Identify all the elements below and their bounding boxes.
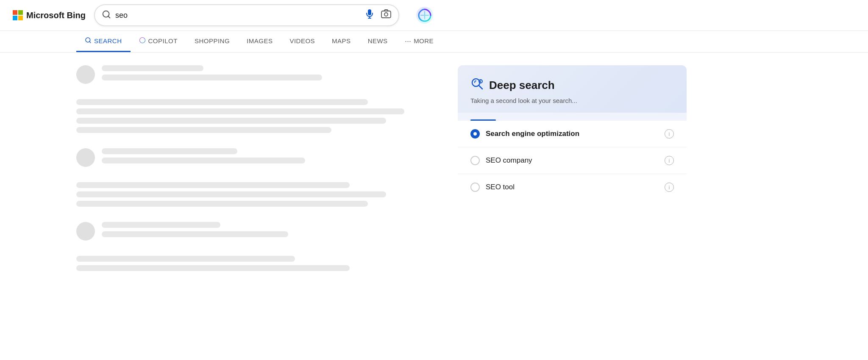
copilot-nav-icon (139, 37, 146, 45)
info-icon-company[interactable]: i (665, 156, 674, 165)
result-item (76, 222, 441, 241)
deep-search-option-seo[interactable]: Search engine optimization i (458, 121, 687, 147)
radio-selected[interactable] (470, 129, 480, 138)
option-label-company: SEO company (486, 156, 532, 165)
info-icon-tool[interactable]: i (665, 183, 674, 192)
logo-blue (13, 16, 17, 20)
skeleton-line (76, 182, 350, 188)
skeleton-line (76, 118, 386, 124)
skeleton-line (76, 99, 368, 105)
result-item (76, 148, 441, 167)
skeleton-line (76, 201, 368, 207)
skeleton-line (102, 222, 220, 228)
skeleton-line (76, 191, 386, 197)
radio-unselected[interactable] (470, 156, 480, 165)
results-area (76, 65, 441, 271)
result-lines (102, 148, 441, 167)
skeleton-line (102, 65, 203, 71)
logo-red (13, 10, 17, 15)
deep-search-option-tool[interactable]: SEO tool i (458, 174, 687, 200)
deep-search-options: Search engine optimization i SEO company… (458, 121, 687, 204)
result-block (76, 182, 441, 207)
nav-item-shopping[interactable]: SHOPPING (186, 31, 238, 52)
nav-label-images: IMAGES (247, 37, 273, 44)
skeleton-line (76, 127, 331, 133)
deep-search-header: Deep search Taking a second look at your… (458, 65, 687, 113)
nav-label-maps: MAPS (332, 37, 351, 44)
svg-rect-4 (381, 11, 391, 18)
svg-line-1 (108, 16, 110, 18)
deep-search-icon (470, 77, 484, 94)
main-content: Deep search Taking a second look at your… (0, 53, 868, 284)
nav-item-more[interactable]: ⋯ MORE (396, 31, 442, 52)
nav-label-copilot: COPILOT (148, 37, 178, 44)
svg-point-5 (384, 13, 388, 16)
deep-search-option-company[interactable]: SEO company i (458, 147, 687, 174)
skeleton-line (102, 231, 288, 237)
more-icon: ⋯ (405, 37, 412, 45)
svg-line-8 (89, 42, 91, 43)
skeleton-line (76, 265, 350, 271)
nav-label-more: MORE (414, 37, 434, 44)
result-block (76, 256, 441, 271)
search-icon (102, 10, 111, 21)
skeleton-line (76, 256, 295, 262)
logo-green (18, 10, 23, 15)
option-left: SEO company (470, 156, 532, 165)
result-item (76, 65, 441, 84)
svg-line-10 (479, 86, 482, 89)
nav-label-search: SEARCH (94, 37, 122, 44)
nav-bar: SEARCH COPILOT SHOPPING IMAGES VIDE (0, 31, 868, 53)
nav-item-images[interactable]: IMAGES (238, 31, 281, 52)
nav-item-news[interactable]: NEWS (359, 31, 396, 52)
result-avatar (76, 65, 95, 84)
search-icons-right (364, 8, 392, 22)
nav-label-news: NEWS (368, 37, 388, 44)
deep-search-panel: Deep search Taking a second look at your… (458, 65, 687, 204)
skeleton-line (102, 158, 305, 163)
nav-label-videos: VIDEOS (289, 37, 315, 44)
option-label-seo: Search engine optimization (486, 130, 579, 138)
logo-yellow (18, 16, 23, 20)
nav-item-copilot[interactable]: COPILOT (131, 31, 186, 52)
nav-label-shopping: SHOPPING (195, 37, 230, 44)
option-label-tool: SEO tool (486, 183, 515, 191)
search-nav-icon (85, 37, 92, 45)
skeleton-line (102, 148, 237, 154)
search-bar-container (94, 4, 399, 26)
copilot-button[interactable] (415, 5, 435, 25)
microsoft-logo (13, 10, 23, 20)
result-avatar (76, 222, 95, 241)
result-lines (102, 65, 441, 84)
radio-unselected[interactable] (470, 183, 480, 192)
header: Microsoft Bing (0, 0, 868, 31)
search-input[interactable] (115, 11, 360, 20)
option-left: SEO tool (470, 183, 515, 192)
camera-search-icon[interactable] (381, 8, 392, 22)
skeleton-line (76, 108, 404, 114)
logo-text: Microsoft Bing (26, 11, 86, 20)
nav-item-search[interactable]: SEARCH (76, 31, 131, 52)
deep-search-title: Deep search (489, 79, 555, 92)
result-lines (102, 222, 441, 241)
copilot-icon (415, 6, 434, 25)
deep-search-subtitle: Taking a second look at your search... (470, 97, 674, 104)
info-icon-seo[interactable]: i (665, 129, 674, 138)
nav-item-videos[interactable]: VIDEOS (281, 31, 323, 52)
result-block (76, 99, 441, 133)
nav-item-maps[interactable]: MAPS (323, 31, 359, 52)
skeleton-line (102, 75, 322, 80)
deep-search-title-row: Deep search (470, 77, 674, 94)
search-bar (94, 4, 399, 26)
option-left: Search engine optimization (470, 129, 579, 138)
result-avatar (76, 148, 95, 167)
logo-area: Microsoft Bing (13, 10, 86, 20)
microphone-icon[interactable] (364, 9, 375, 22)
